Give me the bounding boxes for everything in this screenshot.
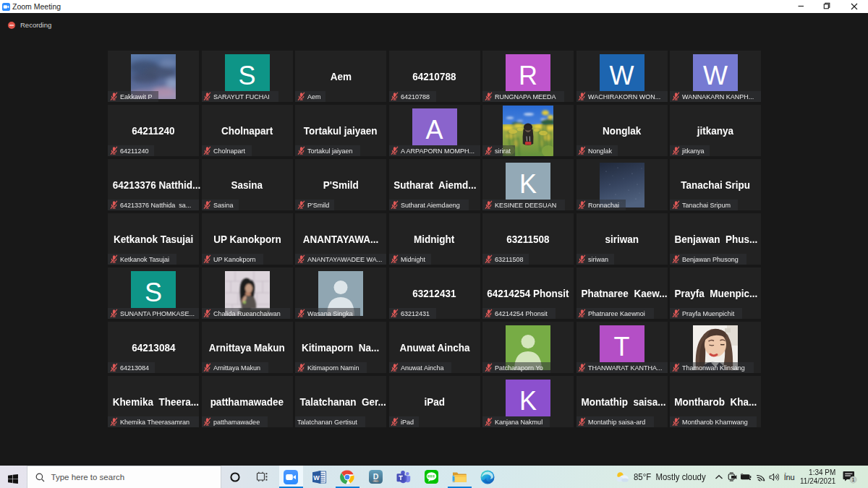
svg-text:PRO: PRO (373, 480, 378, 483)
svg-text:1: 1 (851, 476, 854, 483)
svg-text:D: D (373, 472, 378, 481)
svg-text:W: W (313, 474, 320, 481)
